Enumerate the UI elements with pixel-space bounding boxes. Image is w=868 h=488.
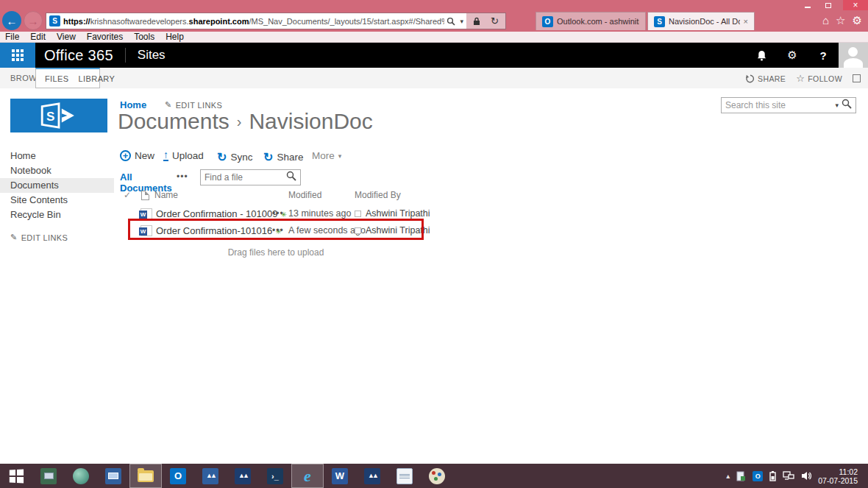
tab-close-icon[interactable]: × bbox=[744, 17, 748, 26]
settings-gear-icon[interactable]: ⚙ bbox=[853, 14, 862, 27]
close-icon: × bbox=[853, 0, 858, 10]
taskbar-outlook[interactable]: O bbox=[162, 464, 194, 488]
share-doc-button[interactable]: ↻ Share bbox=[263, 150, 303, 164]
ribbon-tab-files[interactable]: FILES bbox=[45, 74, 69, 83]
minimize-button[interactable] bbox=[799, 0, 817, 10]
tab-outlook[interactable]: O Outlook.com - ashwinitripathi... bbox=[536, 12, 646, 30]
notepad-icon bbox=[396, 468, 413, 484]
column-header-modified-by[interactable]: Modified By bbox=[355, 190, 401, 200]
taskbar-word[interactable]: W bbox=[324, 464, 356, 488]
user-avatar[interactable] bbox=[839, 43, 868, 68]
menu-tools[interactable]: Tools bbox=[134, 32, 154, 42]
address-search-icon[interactable] bbox=[447, 17, 455, 26]
menu-file[interactable]: File bbox=[5, 32, 19, 42]
suite-divider bbox=[125, 48, 126, 63]
site-logo[interactable]: S bbox=[10, 99, 107, 132]
site-search-input[interactable] bbox=[725, 100, 832, 110]
select-all-check-icon[interactable]: ✓ bbox=[124, 190, 131, 200]
close-button[interactable]: × bbox=[843, 0, 868, 10]
taskbar-paint[interactable] bbox=[421, 464, 453, 488]
sidebar-item-notebook[interactable]: Notebook bbox=[0, 163, 114, 178]
modified-by-link[interactable]: Ashwini Tripathi bbox=[366, 208, 430, 219]
tab-title: Outlook.com - ashwinitripathi... bbox=[557, 17, 639, 26]
refresh-icon[interactable]: ↻ bbox=[491, 15, 499, 26]
url-host: krishnasoftwaredevelopers. bbox=[90, 17, 189, 26]
suite-section-sites[interactable]: Sites bbox=[138, 48, 166, 63]
edit-links-sidebar[interactable]: ✎ EDIT LINKS bbox=[10, 233, 114, 242]
taskbar-internet-explorer[interactable]: e bbox=[291, 464, 324, 488]
window-titlebar[interactable]: × bbox=[0, 0, 868, 10]
sync-button[interactable]: ↻ Sync bbox=[217, 150, 252, 164]
sidebar-item-site-contents[interactable]: Site Contents bbox=[0, 193, 114, 208]
forward-button[interactable]: → bbox=[24, 11, 43, 30]
share-button[interactable]: SHARE bbox=[746, 74, 786, 83]
menu-edit[interactable]: Edit bbox=[30, 32, 46, 42]
page-content: S Home ✎ EDIT LINKS Documents›NavisionDo… bbox=[0, 88, 868, 464]
settings-gear-icon[interactable]: ⚙ bbox=[777, 43, 808, 68]
remote-desktop-icon bbox=[40, 468, 57, 484]
app-launcher-button[interactable] bbox=[0, 43, 35, 68]
url-path: /MS_Nav_Documents/_layouts/15/start.aspx… bbox=[249, 17, 444, 26]
tray-outlook-icon[interactable]: O bbox=[753, 471, 763, 481]
help-icon[interactable]: ? bbox=[808, 43, 839, 68]
address-bar[interactable]: S https://krishnasoftwaredevelopers.shar… bbox=[46, 13, 506, 29]
follow-button[interactable]: ☆ FOLLOW bbox=[796, 73, 842, 84]
start-button[interactable] bbox=[0, 464, 32, 488]
home-icon[interactable]: ⌂ bbox=[822, 14, 829, 27]
menu-view[interactable]: View bbox=[57, 32, 76, 42]
taskbar-computer-app[interactable] bbox=[97, 464, 129, 488]
sidebar-item-documents[interactable]: Documents bbox=[0, 178, 114, 193]
tray-battery-icon[interactable] bbox=[769, 471, 776, 481]
file-name-link[interactable]: Order Confirmation - 101009✳ bbox=[156, 208, 287, 219]
ribbon-right-actions: SHARE ☆ FOLLOW bbox=[746, 73, 861, 84]
taskbar-notepad[interactable] bbox=[388, 464, 421, 488]
taskbar-powershell[interactable]: ›_ bbox=[259, 464, 291, 488]
taskbar-dynamics-nav-1[interactable]: ▲▲ bbox=[194, 464, 227, 488]
taskbar-clock[interactable]: 11:02 07-07-2015 bbox=[818, 467, 861, 485]
more-button[interactable]: More ▾ bbox=[312, 150, 341, 161]
favorites-star-icon[interactable]: ☆ bbox=[836, 14, 845, 27]
taskbar-remote-desktop[interactable] bbox=[32, 464, 65, 488]
dynamics-nav-icon: ▲▲ bbox=[235, 468, 251, 484]
tray-network-icon[interactable] bbox=[783, 471, 794, 481]
column-header-name[interactable]: Name bbox=[154, 190, 178, 200]
computer-icon bbox=[105, 468, 121, 484]
taskbar-dynamics-nav-2[interactable]: ▲▲ bbox=[227, 464, 259, 488]
sync-icon: ↻ bbox=[217, 150, 227, 164]
taskbar-file-explorer[interactable] bbox=[129, 464, 162, 488]
folder-icon bbox=[138, 470, 154, 482]
address-secure-zone: ↻ bbox=[466, 13, 505, 29]
tray-expand-icon[interactable]: ▴ bbox=[726, 472, 730, 480]
taskbar-help-viewer[interactable] bbox=[65, 464, 97, 488]
ribbon-tab-library[interactable]: LIBRARY bbox=[79, 74, 115, 83]
back-button[interactable]: ← bbox=[2, 11, 21, 30]
search-scope-dropdown-icon[interactable]: ▾ bbox=[835, 102, 839, 109]
address-dropdown-icon[interactable]: ▾ bbox=[460, 18, 464, 25]
find-file-box bbox=[200, 169, 301, 185]
find-file-input[interactable] bbox=[204, 172, 286, 183]
upload-button[interactable]: ↑ Upload bbox=[163, 150, 204, 161]
tray-volume-icon[interactable] bbox=[801, 471, 811, 481]
powershell-icon: ›_ bbox=[267, 468, 283, 484]
focus-on-content-icon[interactable] bbox=[853, 74, 861, 82]
tray-action-center-icon[interactable] bbox=[736, 471, 746, 481]
clock-time: 11:02 bbox=[818, 467, 858, 476]
sidebar-item-recycle-bin[interactable]: Recycle Bin bbox=[0, 208, 114, 222]
follow-star-icon: ☆ bbox=[796, 73, 805, 84]
url-domain: sharepoint.com bbox=[189, 17, 249, 26]
column-header-modified[interactable]: Modified bbox=[288, 190, 321, 200]
file-type-column-icon[interactable] bbox=[141, 191, 149, 200]
notifications-bell-icon[interactable] bbox=[746, 43, 777, 68]
restore-button[interactable] bbox=[819, 0, 837, 10]
menu-favorites[interactable]: Favorites bbox=[87, 32, 123, 42]
office365-brand[interactable]: Office 365 bbox=[44, 47, 113, 64]
search-icon[interactable] bbox=[842, 99, 852, 112]
tab-navisiondoc[interactable]: S NavisionDoc - All Documents × bbox=[647, 12, 755, 30]
search-icon[interactable] bbox=[286, 171, 296, 184]
menu-help[interactable]: Help bbox=[166, 32, 184, 42]
view-ellipsis[interactable]: ••• bbox=[177, 171, 188, 182]
row-ellipsis-menu[interactable]: ••• bbox=[272, 208, 284, 219]
new-button[interactable]: + New bbox=[120, 150, 154, 161]
taskbar-dynamics-nav-3[interactable]: ▲▲ bbox=[356, 464, 388, 488]
sidebar-item-home[interactable]: Home bbox=[0, 149, 114, 163]
